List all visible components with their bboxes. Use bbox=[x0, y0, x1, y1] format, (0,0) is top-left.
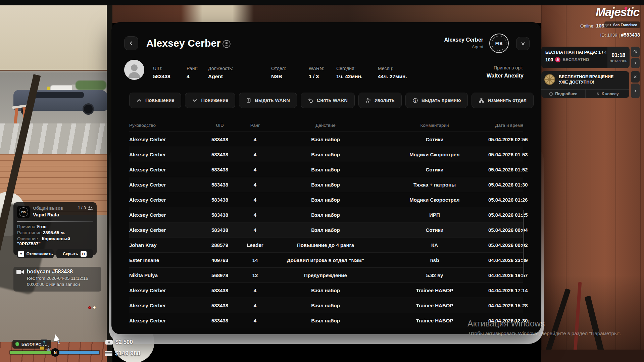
table-row[interactable]: Ester Insane40976314Добавил игрока в отд… bbox=[129, 252, 523, 267]
bodycam-elapsed: 00:00:00 с начала записи bbox=[27, 282, 98, 287]
change-department-button[interactable]: Изменить отдел bbox=[472, 93, 534, 108]
spin-expand-button[interactable] bbox=[631, 84, 640, 98]
table-row[interactable]: Alexsey Cerber5834384Взял наборИРП05.04.… bbox=[129, 207, 523, 222]
cash-balance: $2 500 bbox=[105, 339, 133, 346]
call-vehicle: Vapid Riata bbox=[33, 212, 63, 217]
armor-bar bbox=[59, 351, 99, 354]
table-cell: 4 bbox=[240, 212, 270, 218]
scene-letterbox bbox=[0, 0, 644, 5]
promote-button[interactable]: Повышение bbox=[129, 93, 181, 108]
track-call-button[interactable]: Y Отслеживать bbox=[17, 249, 54, 258]
dispatch-call-panel: FIB Общий вызов Vapid Riata 1 / 3 Причин… bbox=[13, 202, 97, 255]
table-row[interactable]: Alexsey Cerber5834384Взял наборTrainee Н… bbox=[129, 282, 523, 298]
column-header: Руководство bbox=[129, 123, 200, 128]
reward-title: БЕСПЛАТНАЯ НАГРАДА: 1 / 4 bbox=[545, 50, 607, 55]
table-cell: Взял набор bbox=[270, 197, 381, 203]
give-bonus-button[interactable]: $ Выдать премию bbox=[405, 93, 468, 108]
demote-button[interactable]: Понижение bbox=[185, 93, 235, 108]
reward-info-button[interactable] bbox=[631, 47, 640, 57]
call-reason: Причина:Угон bbox=[17, 224, 93, 229]
chevron-down-icon bbox=[192, 98, 198, 103]
map-crosshair: + bbox=[93, 305, 96, 310]
remove-warn-button[interactable]: Снять WARN bbox=[301, 93, 355, 108]
spin-details-button[interactable]: Подробнее bbox=[541, 90, 585, 98]
table-cell: Trainee НАБОР bbox=[381, 288, 488, 293]
give-warn-button[interactable]: Выдать WARN bbox=[239, 93, 297, 108]
free-reward-panel: БЕСПЛАТНАЯ НАГРАДА: 1 / 4 100 M БЕСПЛАТН… bbox=[541, 47, 639, 68]
bank-card-icon bbox=[105, 351, 112, 356]
hide-call-button[interactable]: Скрыть H bbox=[56, 249, 93, 258]
table-cell: Alexsey Cerber bbox=[129, 318, 200, 323]
reward-timer: 01:18 ОСТАЛОСЬ bbox=[607, 47, 630, 68]
column-header: Действие bbox=[270, 123, 381, 128]
table-cell: Повышение до 4 ранга bbox=[270, 242, 381, 248]
reward-expand-button[interactable] bbox=[631, 58, 640, 68]
table-row[interactable]: Alexsey Cerber5834384Взял наборМодики Ск… bbox=[129, 192, 523, 207]
action-buttons: Повышение Понижение Выдать WARN Снять WA… bbox=[129, 93, 534, 108]
back-button[interactable] bbox=[124, 36, 138, 50]
table-cell: Ester Insane bbox=[129, 257, 200, 263]
chevron-left-icon bbox=[128, 40, 134, 46]
table-cell: Предупреждение bbox=[270, 272, 381, 278]
member-profile-modal: Alexsey Cerber Alexsey Cerber Agent FIB … bbox=[111, 22, 541, 334]
table-cell: Добавил игрока в отдел "NSB" bbox=[270, 257, 381, 263]
table-cell: Взял набор bbox=[270, 227, 381, 233]
bank-balance: $149 988 bbox=[105, 350, 140, 357]
people-icon bbox=[88, 206, 93, 210]
info-icon bbox=[549, 92, 553, 96]
table-cell: 04.04.2026 17:14 bbox=[488, 288, 523, 293]
close-button[interactable] bbox=[516, 37, 530, 50]
log-table-header: Руководство UID Ранг Действие Комментари… bbox=[129, 119, 523, 131]
free-spin-panel: БЕСПЛАТНОЕ ВРАЩЕНИЕ УЖЕ ДОСТУПНО! Подроб… bbox=[541, 71, 639, 98]
table-cell: 04.04.2026 19:57 bbox=[488, 272, 523, 278]
table-row[interactable]: Alexsey Cerber5834384Взял наборТяжка + п… bbox=[129, 177, 523, 192]
member-role: Agent bbox=[444, 44, 483, 49]
member-name: Alexsey Cerber bbox=[444, 37, 483, 43]
table-cell: 4 bbox=[240, 197, 270, 203]
column-header: UID bbox=[200, 123, 240, 128]
table-cell: Модики Скорострел bbox=[381, 197, 488, 203]
table-row[interactable]: Alexsey Cerber5834384Взял наборСотики05.… bbox=[129, 162, 523, 177]
bodycam-title: bodycam #583438 bbox=[27, 269, 73, 275]
table-cell: 4 bbox=[240, 152, 270, 157]
spin-close-button[interactable] bbox=[631, 71, 640, 83]
call-type: Общий вызов bbox=[33, 206, 63, 211]
table-row[interactable]: Alexsey Cerber5834384Взял наборСотики05.… bbox=[129, 132, 523, 147]
table-row[interactable]: Alexsey Cerber5834384Взял наборTrainee Н… bbox=[129, 298, 523, 313]
table-cell: Взял набор bbox=[270, 167, 381, 172]
svg-text:$: $ bbox=[414, 99, 416, 102]
scene-car-wheel bbox=[83, 103, 94, 115]
table-scrollbar[interactable] bbox=[523, 210, 524, 277]
table-cell: Сотики bbox=[381, 227, 488, 233]
table-cell: Сотики bbox=[381, 167, 488, 172]
table-cell: 583438 bbox=[200, 152, 240, 157]
table-cell: 5.32 ву bbox=[381, 272, 488, 278]
table-row[interactable]: Alexsey Cerber5834384Взял наборМодики Ск… bbox=[129, 147, 523, 162]
member-summary: Alexsey Cerber Agent bbox=[444, 37, 483, 49]
table-cell: Тяжка + патроны bbox=[381, 182, 488, 188]
table-row[interactable]: Alexsey Cerber5834384Взял наборСотики05.… bbox=[129, 222, 523, 237]
table-row[interactable]: Johan Kray288579LeaderПовышение до 4 ран… bbox=[129, 237, 523, 252]
log-table-body: Alexsey Cerber5834384Взял наборСотики05.… bbox=[129, 132, 523, 328]
table-cell: 05.04.2026 01:30 bbox=[488, 182, 523, 188]
map-marker-red bbox=[88, 306, 91, 309]
close-icon bbox=[521, 41, 526, 46]
table-cell: 4 bbox=[240, 318, 270, 323]
table-cell: Nikita Pulya bbox=[129, 272, 200, 278]
table-cell: 14 bbox=[240, 257, 270, 263]
online-counter: Online: 1063 bbox=[580, 23, 607, 29]
table-cell: 4 bbox=[240, 182, 270, 188]
to-wheel-button[interactable]: К колесу bbox=[585, 90, 630, 98]
fire-button[interactable]: Уволить bbox=[358, 93, 402, 108]
table-cell: Взял набор bbox=[270, 152, 381, 157]
table-row[interactable]: Nikita Pulya56897812Предупреждение5.32 в… bbox=[129, 267, 523, 282]
table-row[interactable]: Alexsey Cerber5834384Взял наборTrainee Н… bbox=[129, 313, 523, 328]
table-cell: Взял набор bbox=[270, 288, 381, 293]
table-cell: 05.04.2026 00:04 bbox=[488, 227, 523, 233]
table-cell: 04.04.2026 23:39 bbox=[488, 257, 523, 263]
avatar bbox=[124, 60, 144, 80]
table-cell: 4 bbox=[240, 288, 270, 293]
table-cell: 4 bbox=[240, 227, 270, 233]
table-cell: 288579 bbox=[200, 242, 240, 248]
reward-amount-row: 100 M БЕСПЛАТНО bbox=[545, 57, 607, 62]
